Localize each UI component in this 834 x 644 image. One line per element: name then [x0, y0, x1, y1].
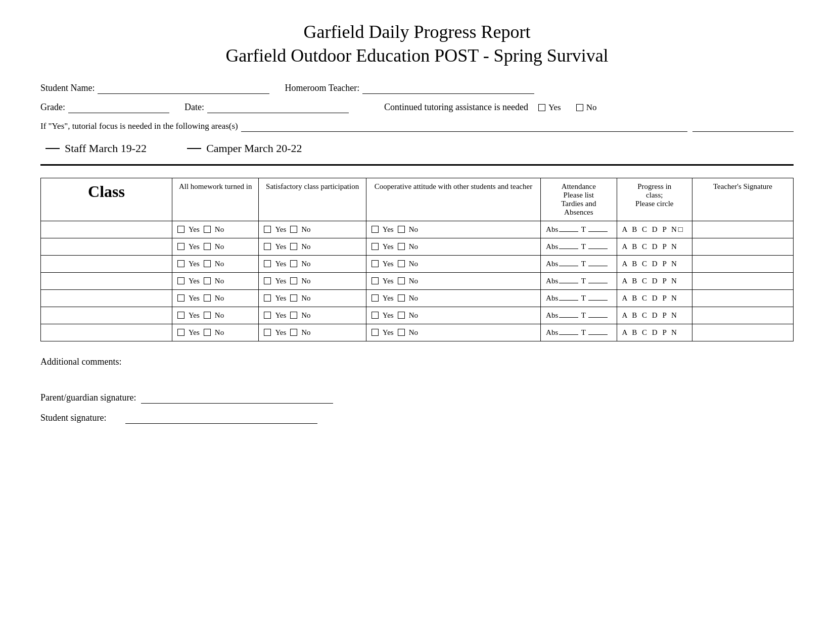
hw-yes-checkbox-2[interactable]	[177, 243, 184, 250]
homework-cell-4[interactable]: Yes No	[172, 272, 259, 289]
col3-header: Cooperative attitude with other students…	[366, 178, 540, 221]
grade-field[interactable]	[68, 102, 169, 113]
table-row: Yes No Yes No Yes No	[41, 289, 794, 307]
progress-table: Class All homework turned in Satisfactor…	[40, 178, 794, 341]
attendance-cell-2[interactable]: Abs T	[541, 238, 617, 255]
parent-guardian-field[interactable]	[141, 392, 333, 404]
participation-cell-5[interactable]: Yes No	[259, 289, 366, 307]
col5-header: Progress in class; Please circle	[617, 178, 692, 221]
table-row: Yes No Yes No Yes No	[41, 255, 794, 272]
teacher-sig-cell-4[interactable]	[692, 272, 794, 289]
homeroom-teacher-field[interactable]	[362, 83, 534, 94]
grades-cell-2[interactable]: A B C D P N	[617, 238, 692, 255]
homework-cell-2[interactable]: Yes No	[172, 238, 259, 255]
grades-cell-7[interactable]: A B C D P N	[617, 324, 692, 341]
table-row: Yes No Yes No Yes No	[41, 307, 794, 324]
att-no-checkbox-1[interactable]	[398, 226, 405, 233]
section-divider	[40, 164, 794, 166]
col4-header: Attendance Please list Tardies and Absen…	[541, 178, 617, 221]
participation-cell-2[interactable]: Yes No	[259, 238, 366, 255]
grades-cell-5[interactable]: A B C D P N	[617, 289, 692, 307]
attitude-cell-5[interactable]: Yes No	[366, 289, 540, 307]
attitude-cell-6[interactable]: Yes No	[366, 307, 540, 324]
teacher-sig-cell-5[interactable]	[692, 289, 794, 307]
class-name-cell[interactable]	[41, 238, 172, 255]
participation-cell-4[interactable]: Yes No	[259, 272, 366, 289]
homework-cell-7[interactable]: Yes No	[172, 324, 259, 341]
col6-header: Teacher's Signature	[692, 178, 794, 221]
part-yes-checkbox-1[interactable]	[264, 226, 271, 233]
tutorial-label: If "Yes", tutorial focus is needed in th…	[40, 121, 238, 131]
teacher-sig-cell-2[interactable]	[692, 238, 794, 255]
class-name-cell[interactable]	[41, 272, 172, 289]
attendance-cell-1[interactable]: Abs T	[541, 221, 617, 238]
yes-label: Yes	[548, 103, 561, 113]
homework-cell-6[interactable]: Yes No	[172, 307, 259, 324]
camper-label: Camper March 20-22	[206, 142, 302, 155]
homeroom-teacher-label: Homeroom Teacher:	[285, 83, 359, 93]
class-name-cell[interactable]	[41, 289, 172, 307]
staff-underline	[45, 148, 60, 149]
part-no-checkbox-1[interactable]	[290, 226, 297, 233]
date-label: Date:	[184, 102, 204, 113]
homework-cell-1[interactable]: Yes No	[172, 221, 259, 238]
hw-no-checkbox-2[interactable]	[204, 243, 211, 250]
participation-cell-1[interactable]: Yes No	[259, 221, 366, 238]
tutorial-field[interactable]	[241, 121, 687, 132]
table-row: Yes No Yes No Yes No	[41, 324, 794, 341]
grades-cell-4[interactable]: A B C D P N	[617, 272, 692, 289]
report-title-line2: Garfield Outdoor Education POST - Spring…	[40, 44, 794, 68]
attitude-cell-3[interactable]: Yes No	[366, 255, 540, 272]
student-name-field[interactable]	[98, 83, 269, 94]
student-signature-field[interactable]	[125, 413, 317, 424]
att-yes-checkbox-1[interactable]	[372, 226, 379, 233]
attitude-cell-1[interactable]: Yes No	[366, 221, 540, 238]
date-field[interactable]	[207, 102, 349, 113]
class-name-cell[interactable]	[41, 221, 172, 238]
class-name-cell[interactable]	[41, 255, 172, 272]
hw-yes-checkbox-1[interactable]	[177, 226, 184, 233]
attitude-cell-7[interactable]: Yes No	[366, 324, 540, 341]
attitude-cell-4[interactable]: Yes No	[366, 272, 540, 289]
hw-no-checkbox-1[interactable]	[204, 226, 211, 233]
grades-cell-6[interactable]: A B C D P N	[617, 307, 692, 324]
homework-cell-3[interactable]: Yes No	[172, 255, 259, 272]
participation-cell-6[interactable]: Yes No	[259, 307, 366, 324]
additional-comments-label: Additional comments:	[40, 357, 121, 367]
student-signature-label: Student signature:	[40, 413, 106, 423]
tutorial-field2[interactable]	[692, 121, 794, 132]
class-name-cell[interactable]	[41, 324, 172, 341]
yes-checkbox[interactable]	[538, 104, 545, 111]
report-title-line1: Garfield Daily Progress Report	[40, 20, 794, 44]
teacher-sig-cell-6[interactable]	[692, 307, 794, 324]
table-row: Yes No Yes No Yes No	[41, 238, 794, 255]
grades-cell-3[interactable]: A B C D P N	[617, 255, 692, 272]
attendance-cell-6[interactable]: Abs T	[541, 307, 617, 324]
parent-guardian-label: Parent/guardian signature:	[40, 392, 136, 403]
col2-header: Satisfactory class participation	[259, 178, 366, 221]
attendance-cell-5[interactable]: Abs T	[541, 289, 617, 307]
attitude-cell-2[interactable]: Yes No	[366, 238, 540, 255]
camper-item: Camper March 20-22	[187, 142, 302, 155]
homework-cell-5[interactable]: Yes No	[172, 289, 259, 307]
no-label: No	[586, 103, 597, 113]
attendance-cell-7[interactable]: Abs T	[541, 324, 617, 341]
staff-item: Staff March 19-22	[45, 142, 147, 155]
attendance-cell-4[interactable]: Abs T	[541, 272, 617, 289]
no-checkbox[interactable]	[576, 104, 583, 111]
teacher-sig-cell-7[interactable]	[692, 324, 794, 341]
participation-cell-7[interactable]: Yes No	[259, 324, 366, 341]
class-name-cell[interactable]	[41, 307, 172, 324]
tutoring-label: Continued tutoring assistance is needed	[384, 102, 528, 113]
table-row: Yes No Yes No Yes No	[41, 272, 794, 289]
staff-label: Staff March 19-22	[65, 142, 147, 155]
camper-underline	[187, 148, 201, 149]
teacher-sig-cell-3[interactable]	[692, 255, 794, 272]
col1-header: All homework turned in	[172, 178, 259, 221]
participation-cell-3[interactable]: Yes No	[259, 255, 366, 272]
attendance-cell-3[interactable]: Abs T	[541, 255, 617, 272]
grades-cell-1[interactable]: A B C D P N□	[617, 221, 692, 238]
table-row: Yes No Yes No Yes No	[41, 221, 794, 238]
teacher-sig-cell-1[interactable]	[692, 221, 794, 238]
grade-label: Grade:	[40, 102, 65, 113]
